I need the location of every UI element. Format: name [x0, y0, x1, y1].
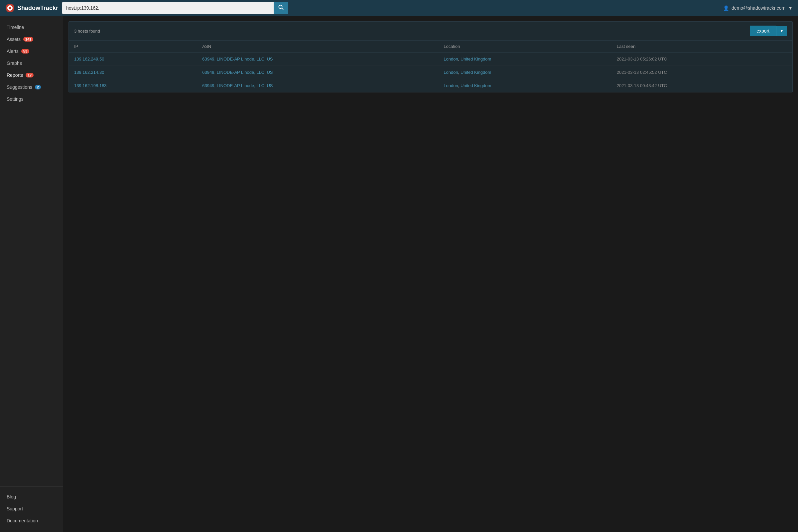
ip-link[interactable]: 139.162.198.183	[74, 83, 107, 88]
table-row: 139.162.249.50 63949, LINODE-AP Linode, …	[69, 53, 792, 66]
sidebar-label-assets: Assets	[7, 37, 21, 42]
search-container	[62, 2, 288, 14]
content-header: 3 hosts found export ▼	[69, 22, 792, 41]
search-button[interactable]	[274, 2, 288, 14]
asn-link[interactable]: 63949, LINODE-AP Linode, LLC, US	[202, 57, 273, 61]
location-country-link[interactable]: United Kingdom	[460, 83, 491, 88]
col-header-asn: ASN	[197, 41, 438, 53]
sidebar-label-support: Support	[7, 506, 23, 511]
sidebar-label-settings: Settings	[7, 96, 24, 102]
logo[interactable]: ShadowTrackr	[5, 3, 58, 13]
hosts-found-text: 3 hosts found	[74, 28, 100, 34]
user-email: demo@shadowtrackr.com	[732, 5, 785, 11]
cell-last-seen: 2021-03-13 05:26:02 UTC	[611, 53, 792, 66]
location-city-link[interactable]: London	[443, 83, 458, 88]
col-header-last-seen: Last seen	[611, 41, 792, 53]
brand-name: ShadowTrackr	[17, 5, 58, 12]
app-body: Timeline Assets 141 Alerts 53 Graphs Rep…	[0, 16, 798, 532]
sidebar-item-graphs[interactable]: Graphs	[0, 57, 63, 69]
cell-asn: 63949, LINODE-AP Linode, LLC, US	[197, 66, 438, 79]
table-body: 139.162.249.50 63949, LINODE-AP Linode, …	[69, 53, 792, 92]
asn-link[interactable]: 63949, LINODE-AP Linode, LLC, US	[202, 83, 273, 88]
sidebar-item-blog[interactable]: Blog	[0, 491, 63, 503]
user-dropdown-icon: ▼	[788, 5, 793, 11]
export-dropdown-button[interactable]: ▼	[776, 26, 787, 36]
ip-link[interactable]: 139.162.249.50	[74, 57, 104, 61]
cell-last-seen: 2021-03-13 02:45:52 UTC	[611, 66, 792, 79]
main-content: 3 hosts found export ▼ IP ASN Location L…	[63, 16, 798, 532]
sidebar-item-alerts[interactable]: Alerts 53	[0, 45, 63, 57]
col-header-location: Location	[438, 41, 611, 53]
svg-point-2	[8, 7, 11, 9]
sidebar-label-blog: Blog	[7, 494, 16, 499]
sidebar-label-suggestions: Suggestions	[7, 84, 32, 90]
location-city-link[interactable]: London	[443, 57, 458, 61]
sidebar-item-assets[interactable]: Assets 141	[0, 33, 63, 45]
results-box: 3 hosts found export ▼ IP ASN Location L…	[69, 21, 793, 92]
sidebar-item-timeline[interactable]: Timeline	[0, 21, 63, 33]
cell-ip: 139.162.214.30	[69, 66, 197, 79]
header: ShadowTrackr 👤 demo@shadowtrackr.com ▼	[0, 0, 798, 16]
sidebar: Timeline Assets 141 Alerts 53 Graphs Rep…	[0, 16, 63, 532]
cell-ip: 139.162.249.50	[69, 53, 197, 66]
sidebar-label-alerts: Alerts	[7, 49, 19, 54]
cell-location: London, United Kingdom	[438, 53, 611, 66]
cell-location: London, United Kingdom	[438, 66, 611, 79]
reports-badge: 17	[25, 73, 34, 77]
export-area: export ▼	[750, 25, 787, 36]
sidebar-bottom: Blog Support Documentation	[0, 482, 63, 527]
cell-asn: 63949, LINODE-AP Linode, LLC, US	[197, 53, 438, 66]
sidebar-item-settings[interactable]: Settings	[0, 93, 63, 105]
export-button[interactable]: export	[750, 25, 776, 36]
assets-badge: 141	[23, 37, 33, 41]
location-separator: ,	[458, 57, 460, 61]
cell-ip: 139.162.198.183	[69, 79, 197, 92]
sidebar-item-suggestions[interactable]: Suggestions 2	[0, 81, 63, 93]
location-separator: ,	[458, 70, 460, 75]
location-country-link[interactable]: United Kingdom	[460, 57, 491, 61]
sidebar-label-graphs: Graphs	[7, 60, 22, 66]
location-country-link[interactable]: United Kingdom	[460, 70, 491, 75]
col-header-ip: IP	[69, 41, 197, 53]
cell-last-seen: 2021-03-13 00:43:42 UTC	[611, 79, 792, 92]
ip-link[interactable]: 139.162.214.30	[74, 70, 104, 75]
table-row: 139.162.214.30 63949, LINODE-AP Linode, …	[69, 66, 792, 79]
export-dropdown-icon: ▼	[780, 28, 784, 33]
sidebar-label-timeline: Timeline	[7, 25, 24, 30]
sidebar-item-support[interactable]: Support	[0, 503, 63, 515]
sidebar-divider	[0, 487, 63, 487]
location-city-link[interactable]: London	[443, 70, 458, 75]
table-row: 139.162.198.183 63949, LINODE-AP Linode,…	[69, 79, 792, 92]
cell-location: London, United Kingdom	[438, 79, 611, 92]
user-area[interactable]: 👤 demo@shadowtrackr.com ▼	[723, 5, 793, 11]
suggestions-badge: 2	[35, 85, 41, 90]
location-separator: ,	[458, 83, 460, 88]
sidebar-item-reports[interactable]: Reports 17	[0, 69, 63, 81]
sidebar-label-documentation: Documentation	[7, 518, 38, 524]
search-icon	[278, 5, 284, 10]
table-header: IP ASN Location Last seen	[69, 41, 792, 53]
logo-icon	[5, 3, 15, 13]
sidebar-label-reports: Reports	[7, 73, 23, 78]
user-icon: 👤	[723, 5, 729, 11]
asn-link[interactable]: 63949, LINODE-AP Linode, LLC, US	[202, 70, 273, 75]
search-input[interactable]	[62, 3, 274, 13]
svg-line-4	[282, 8, 284, 10]
svg-point-3	[279, 5, 282, 8]
cell-asn: 63949, LINODE-AP Linode, LLC, US	[197, 79, 438, 92]
alerts-badge: 53	[21, 49, 29, 54]
results-table: IP ASN Location Last seen 139.162.249.50…	[69, 41, 792, 92]
sidebar-item-documentation[interactable]: Documentation	[0, 515, 63, 527]
